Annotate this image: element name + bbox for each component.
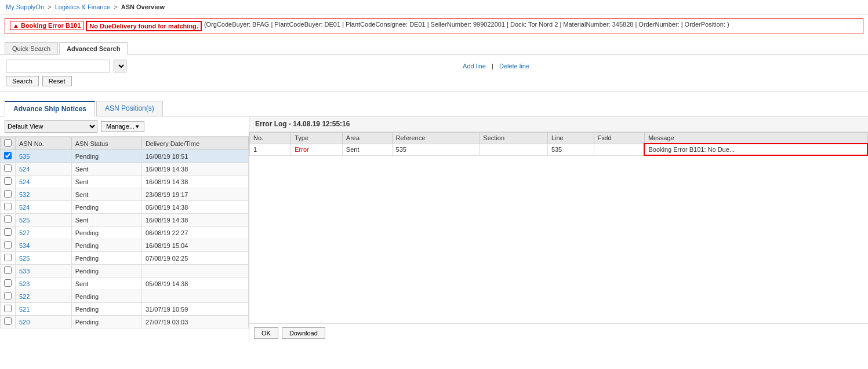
row-checkbox[interactable] [4, 190, 12, 198]
add-line-link[interactable]: Add line [463, 63, 486, 70]
row-checkbox[interactable] [4, 279, 12, 287]
row-checkbox[interactable] [4, 292, 12, 299]
delivery-date-cell: 16/08/19 14:38 [141, 214, 248, 226]
bottom-buttons: OK Download [249, 323, 868, 342]
asn-status-cell: Sent [71, 214, 141, 226]
asn-no-link[interactable]: 522 [19, 293, 30, 300]
table-row[interactable]: 534 Pending 16/08/19 15:04 [1, 239, 249, 252]
row-checkbox-cell[interactable] [1, 265, 16, 277]
asn-no-link[interactable]: 533 [19, 268, 30, 275]
row-checkbox-cell[interactable] [1, 163, 16, 176]
delivery-date-cell: 16/08/19 14:38 [141, 176, 248, 188]
table-row[interactable]: 524 Pending 05/08/19 14:38 [1, 201, 249, 214]
row-checkbox[interactable] [4, 177, 12, 185]
row-checkbox[interactable] [4, 241, 12, 249]
table-row[interactable]: 525 Pending 07/08/19 02:25 [1, 252, 249, 265]
row-checkbox[interactable] [4, 165, 12, 172]
row-checkbox-cell[interactable] [1, 303, 16, 316]
error-highlight: No DueDelivery found for matching. [86, 21, 202, 31]
breadcrumb: My SupplyOn > Logistics & Finance > ASN … [0, 0, 868, 14]
table-row[interactable]: 520 Pending 27/07/19 03:03 [1, 316, 249, 328]
row-checkbox-cell[interactable] [1, 290, 16, 303]
asn-no-link[interactable]: 524 [19, 204, 30, 211]
content-area: Default View Manage... ▾ ASN No. ASN Sta… [0, 116, 868, 342]
row-checkbox[interactable] [4, 152, 12, 159]
asn-no-link[interactable]: 532 [19, 191, 30, 198]
row-checkbox[interactable] [4, 254, 12, 261]
asn-no-link[interactable]: 525 [19, 217, 30, 224]
error-reference: 535 [392, 144, 480, 155]
tab-quick-search[interactable]: Quick Search [5, 42, 58, 54]
asn-no-link[interactable]: 523 [19, 280, 30, 287]
manage-label: Manage... [106, 123, 135, 130]
asn-no-link[interactable]: 524 [19, 166, 30, 173]
download-button[interactable]: Download [282, 327, 325, 339]
delivery-date-cell: 05/08/19 14:38 [141, 201, 248, 214]
delivery-date-cell: 16/08/19 18:51 [141, 150, 248, 163]
table-row[interactable]: 523 Sent 05/08/19 14:38 [1, 277, 249, 290]
error-table-container: No. Type Area Reference Section Line Fie… [249, 132, 868, 323]
table-row[interactable]: 525 Sent 16/08/19 14:38 [1, 214, 249, 226]
manage-button[interactable]: Manage... ▾ [101, 121, 144, 132]
breadcrumb-mysupplyon[interactable]: My SupplyOn [6, 3, 44, 10]
search-button[interactable]: Search [6, 76, 39, 86]
row-checkbox[interactable] [4, 305, 12, 312]
asn-no-link[interactable]: 535 [19, 153, 30, 160]
tab-advanced-search[interactable]: Advanced Search [59, 42, 128, 55]
row-checkbox[interactable] [4, 203, 12, 210]
table-row[interactable]: 524 Sent 16/08/19 14:38 [1, 163, 249, 176]
row-checkbox-cell[interactable] [1, 176, 16, 188]
row-checkbox-cell[interactable] [1, 239, 16, 252]
ok-button[interactable]: OK [254, 327, 278, 339]
delivery-date-cell: 31/07/19 10:59 [141, 303, 248, 316]
search-input[interactable] [6, 60, 110, 72]
asn-no-cell: 525 [16, 252, 72, 265]
row-checkbox-cell[interactable] [1, 252, 16, 265]
asn-status-cell: Pending [71, 316, 141, 328]
tab-advance-ship-notices[interactable]: Advance Ship Notices [5, 101, 95, 116]
asn-no-cell: 521 [16, 303, 72, 316]
row-checkbox-cell[interactable] [1, 277, 16, 290]
select-all-checkbox[interactable] [4, 139, 12, 147]
table-row[interactable]: 521 Pending 31/07/19 10:59 [1, 303, 249, 316]
col-asn-no: ASN No. [16, 137, 72, 150]
row-checkbox-cell[interactable] [1, 316, 16, 328]
asn-no-link[interactable]: 534 [19, 242, 30, 249]
col-section: Section [480, 133, 548, 144]
row-checkbox[interactable] [4, 266, 12, 274]
col-field: Field [594, 133, 644, 144]
row-checkbox-cell[interactable] [1, 188, 16, 201]
delivery-date-cell: 27/07/19 03:03 [141, 316, 248, 328]
row-checkbox[interactable] [4, 215, 12, 223]
asn-no-link[interactable]: 524 [19, 178, 30, 185]
table-row[interactable]: 535 Pending 16/08/19 18:51 [1, 150, 249, 163]
asn-no-link[interactable]: 525 [19, 255, 30, 262]
view-select[interactable]: Default View [5, 120, 97, 133]
error-no: 1 [250, 144, 291, 155]
asn-no-link[interactable]: 521 [19, 306, 30, 313]
table-row[interactable]: 532 Sent 23/08/19 19:17 [1, 188, 249, 201]
asn-no-cell: 524 [16, 163, 72, 176]
tab-asn-positions[interactable]: ASN Position(s) [96, 101, 163, 116]
asn-no-cell: 533 [16, 265, 72, 277]
add-delete-links: Add line | Delete line [130, 63, 862, 70]
col-message: Message [644, 133, 867, 144]
table-row[interactable]: 533 Pending [1, 265, 249, 277]
search-dropdown[interactable] [114, 60, 126, 72]
table-row[interactable]: 527 Pending 06/08/19 22:27 [1, 226, 249, 239]
asn-no-cell: 534 [16, 239, 72, 252]
reset-button[interactable]: Reset [42, 76, 72, 86]
row-checkbox[interactable] [4, 317, 12, 325]
asn-no-link[interactable]: 527 [19, 229, 30, 236]
row-checkbox-cell[interactable] [1, 214, 16, 226]
row-checkbox-cell[interactable] [1, 201, 16, 214]
table-row[interactable]: 522 Pending [1, 290, 249, 303]
row-checkbox-cell[interactable] [1, 226, 16, 239]
delete-line-link[interactable]: Delete line [499, 63, 529, 70]
row-checkbox[interactable] [4, 228, 12, 236]
breadcrumb-logistics[interactable]: Logistics & Finance [55, 3, 110, 10]
asn-no-cell: 527 [16, 226, 72, 239]
row-checkbox-cell[interactable] [1, 150, 16, 163]
table-row[interactable]: 524 Sent 16/08/19 14:38 [1, 176, 249, 188]
asn-no-link[interactable]: 520 [19, 319, 30, 326]
